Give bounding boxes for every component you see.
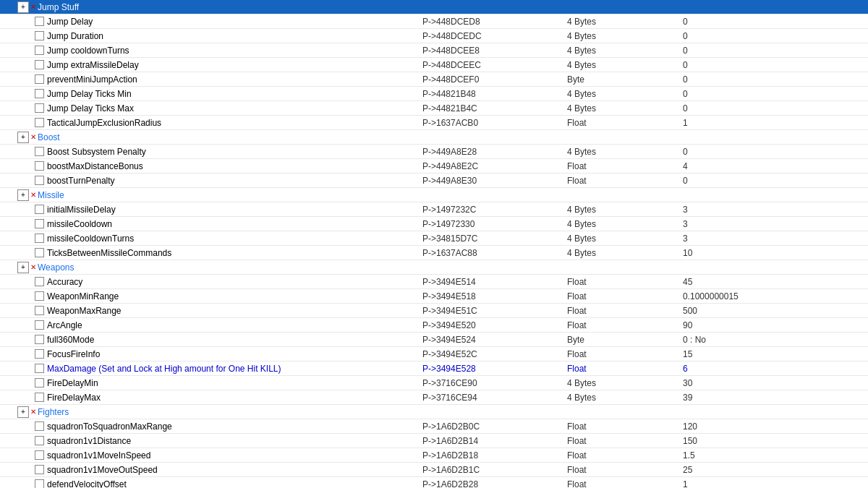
checkbox-jump-cooldown-turns[interactable]: [35, 46, 44, 55]
row-prevent-mini-jump[interactable]: preventMiniJumpAction P->448DCEF0 Byte 0: [0, 72, 868, 87]
checkbox-jump-delay-ticks-min[interactable]: [35, 89, 44, 98]
row-boost-turn-penalty[interactable]: boostTurnPenalty P->449A8E30 Float 0: [0, 174, 868, 188]
close-jump-stuff-icon[interactable]: ✕: [30, 3, 36, 11]
val-jump-delay-ticks-min: 0: [680, 89, 825, 99]
name-boost-turn-penalty: boostTurnPenalty: [0, 176, 420, 186]
addr-boost-subsystem-penalty: P->449A8E28: [420, 147, 564, 157]
checkbox-boost-max-distance-bonus[interactable]: [35, 161, 44, 171]
row-jump-delay[interactable]: Jump Delay P->448DCED8 4 Bytes 0: [0, 14, 868, 29]
checkbox-jump-extra-missile-delay[interactable]: [35, 60, 44, 69]
row-accuracy[interactable]: Accuracy P->3494E514 Float 45: [0, 275, 868, 289]
checkbox-arc-angle[interactable]: [35, 320, 44, 330]
row-weapon-min-range[interactable]: WeaponMinRange P->3494E518 Float 0.10000…: [0, 289, 868, 304]
checkbox-jump-delay-ticks-max[interactable]: [35, 103, 44, 113]
addr-jump-cooldown-turns: P->448DCEE8: [420, 46, 564, 56]
type-jump-delay-ticks-max: 4 Bytes: [564, 103, 680, 114]
expand-missile[interactable]: +: [17, 189, 29, 201]
tree-container[interactable]: + ✕ Jump Stuff Jump Delay P->448DCED8 4 …: [0, 0, 868, 488]
val-boost-max-distance-bonus: 4: [680, 161, 825, 171]
checkbox-squadron1v1-move-out-speed[interactable]: [35, 465, 44, 474]
row-jump-delay-ticks-min[interactable]: Jump Delay Ticks Min P->44821B48 4 Bytes…: [0, 87, 868, 101]
expand-boost[interactable]: +: [17, 132, 29, 143]
checkbox-fire-delay-max[interactable]: [35, 393, 44, 402]
addr-weapon-max-range: P->3494E51C: [420, 306, 564, 316]
checkbox-defend-velocity-offset[interactable]: [35, 479, 44, 488]
row-jump-delay-ticks-max[interactable]: Jump Delay Ticks Max P->44821B4C 4 Bytes…: [0, 101, 868, 116]
checkbox-missile-cooldown-turns[interactable]: [35, 234, 44, 243]
checkbox-initial-missile-delay[interactable]: [35, 205, 44, 214]
checkbox-max-damage[interactable]: [35, 364, 44, 373]
close-missile-icon[interactable]: ✕: [30, 191, 36, 199]
checkbox-squadron-to-squadron-max-range[interactable]: [35, 421, 44, 431]
addr-fire-delay-min: P->3716CE90: [420, 378, 564, 388]
checkbox-weapon-max-range[interactable]: [35, 306, 44, 315]
checkbox-boost-subsystem-penalty[interactable]: [35, 147, 44, 156]
expand-jump-stuff[interactable]: +: [17, 1, 29, 13]
expand-fighters[interactable]: +: [17, 406, 29, 418]
checkbox-fire-delay-min[interactable]: [35, 378, 44, 388]
name-squadron-to-squadron-max-range: squadronToSquadronMaxRange: [0, 421, 420, 432]
row-fire-delay-min[interactable]: FireDelayMin P->3716CE90 4 Bytes 30: [0, 376, 868, 390]
group-row-jump-stuff[interactable]: + ✕ Jump Stuff: [0, 0, 868, 14]
row-max-damage[interactable]: MaxDamage (Set and Lock at High amount f…: [0, 361, 868, 376]
row-ticks-between-missile-commands[interactable]: TicksBetweenMissileCommands P->1637AC88 …: [0, 246, 868, 260]
row-jump-cooldown-turns[interactable]: Jump cooldownTurns P->448DCEE8 4 Bytes 0: [0, 43, 868, 58]
checkbox-squadron1v1-distance[interactable]: [35, 436, 44, 445]
checkbox-accuracy[interactable]: [35, 277, 44, 286]
row-missile-cooldown[interactable]: missileCooldown P->14972330 4 Bytes 3: [0, 217, 868, 231]
close-fighters-icon[interactable]: ✕: [30, 408, 36, 416]
name-weapon-max-range: WeaponMaxRange: [0, 306, 420, 316]
row-boost-subsystem-penalty[interactable]: Boost Subsystem Penalty P->449A8E28 4 By…: [0, 145, 868, 159]
plus-icon-fighters: +: [21, 408, 25, 416]
row-tactical-jump-exclusion[interactable]: TacticalJumpExclusionRadius P->1637ACB0 …: [0, 116, 868, 130]
row-boost-max-distance-bonus[interactable]: boostMaxDistanceBonus P->449A8E2C Float …: [0, 159, 868, 174]
row-squadron1v1-move-in-speed[interactable]: squadron1v1MoveInSpeed P->1A6D2B18 Float…: [0, 448, 868, 463]
name-prevent-mini-jump: preventMiniJumpAction: [0, 74, 420, 85]
row-focus-fire-info[interactable]: FocusFireInfo P->3494E52C Float 15: [0, 347, 868, 361]
name-missile-cooldown-turns: missileCooldownTurns: [0, 234, 420, 244]
jump-stuff-label: Jump Stuff: [38, 2, 79, 12]
row-jump-extra-missile-delay[interactable]: Jump extraMissileDelay P->448DCEEC 4 Byt…: [0, 58, 868, 72]
group-row-missile[interactable]: + ✕ Missile: [0, 188, 868, 202]
group-row-fighters[interactable]: + ✕ Fighters: [0, 405, 868, 419]
checkbox-full-360-mode[interactable]: [35, 335, 44, 344]
row-weapon-max-range[interactable]: WeaponMaxRange P->3494E51C Float 500: [0, 304, 868, 318]
row-defend-velocity-offset[interactable]: defendVelocityOffset P->1A6D2B28 Float 1: [0, 477, 868, 488]
group-row-weapons[interactable]: + ✕ Weapons: [0, 260, 868, 275]
type-fire-delay-max: 4 Bytes: [564, 393, 680, 403]
row-squadron1v1-distance[interactable]: squadron1v1Distance P->1A6D2B14 Float 15…: [0, 434, 868, 448]
checkbox-boost-turn-penalty[interactable]: [35, 176, 44, 185]
checkbox-prevent-mini-jump[interactable]: [35, 74, 44, 84]
addr-ticks-between-missile-commands: P->1637AC88: [420, 248, 564, 258]
addr-squadron1v1-move-out-speed: P->1A6D2B1C: [420, 465, 564, 475]
val-squadron1v1-distance: 150: [680, 436, 825, 446]
weapons-label: Weapons: [38, 262, 74, 273]
row-fire-delay-max[interactable]: FireDelayMax P->3716CE94 4 Bytes 39: [0, 390, 868, 405]
checkbox-jump-delay[interactable]: [35, 17, 44, 26]
row-initial-missile-delay[interactable]: initialMissileDelay P->1497232C 4 Bytes …: [0, 202, 868, 217]
group-name-boost: + ✕ Boost: [0, 132, 420, 143]
addr-initial-missile-delay: P->1497232C: [420, 205, 564, 215]
val-squadron1v1-move-out-speed: 25: [680, 465, 825, 475]
row-missile-cooldown-turns[interactable]: missileCooldownTurns P->34815D7C 4 Bytes…: [0, 231, 868, 246]
checkbox-jump-duration[interactable]: [35, 31, 44, 40]
row-jump-duration[interactable]: Jump Duration P->448DCEDC 4 Bytes 0: [0, 29, 868, 43]
close-weapons-icon[interactable]: ✕: [30, 263, 36, 271]
row-squadron1v1-move-out-speed[interactable]: squadron1v1MoveOutSpeed P->1A6D2B1C Floa…: [0, 463, 868, 477]
val-jump-duration: 0: [680, 31, 825, 41]
row-arc-angle[interactable]: ArcAngle P->3494E520 Float 90: [0, 318, 868, 333]
checkbox-weapon-min-range[interactable]: [35, 291, 44, 301]
checkbox-squadron1v1-move-in-speed[interactable]: [35, 450, 44, 460]
name-jump-delay: Jump Delay: [0, 17, 420, 27]
row-full-360-mode[interactable]: full360Mode P->3494E524 Byte 0 : No: [0, 333, 868, 347]
checkbox-tactical-jump-exclusion[interactable]: [35, 118, 44, 127]
close-boost-icon[interactable]: ✕: [30, 133, 36, 141]
checkbox-missile-cooldown[interactable]: [35, 219, 44, 228]
row-squadron-to-squadron-max-range[interactable]: squadronToSquadronMaxRange P->1A6D2B0C F…: [0, 419, 868, 434]
addr-jump-delay-ticks-max: P->44821B4C: [420, 103, 564, 114]
group-row-boost[interactable]: + ✕ Boost: [0, 130, 868, 145]
type-focus-fire-info: Float: [564, 349, 680, 359]
checkbox-ticks-between-missile-commands[interactable]: [35, 248, 44, 257]
checkbox-focus-fire-info[interactable]: [35, 349, 44, 359]
expand-weapons[interactable]: +: [17, 262, 29, 273]
